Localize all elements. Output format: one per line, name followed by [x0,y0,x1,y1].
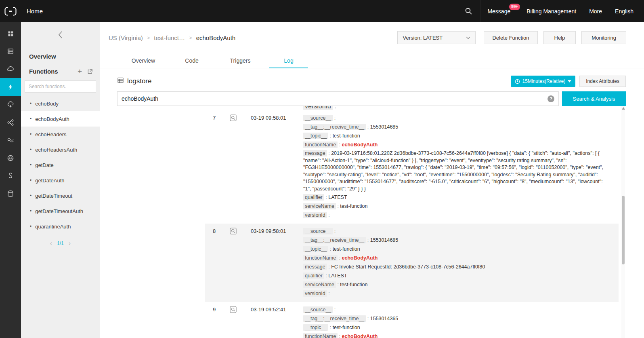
help-icon[interactable]: ? [548,95,554,102]
log-field-key[interactable]: versionId [303,106,333,110]
row-fields: __source__ : __tag__:__receive_time__ : … [303,227,610,298]
cloud-icon[interactable] [0,60,21,78]
breadcrumb-function: echoBodyAuth [196,34,236,41]
breadcrumb-separator: > [189,35,192,41]
sidebar-item-echoHeaders[interactable]: •echoHeaders [21,127,100,142]
apps-grid-icon[interactable] [0,25,21,42]
bullet-icon: • [30,208,31,214]
monitoring-button[interactable]: Monitoring [581,31,626,44]
delete-function-button[interactable]: Delete Function [484,31,537,44]
log-scrollbar[interactable] [621,106,625,338]
log-field-key[interactable]: __topic__ [303,246,328,252]
language-selector[interactable]: English [615,8,634,15]
bullet-icon: • [30,162,31,168]
log-field-key[interactable]: __source__ [303,115,333,121]
log-field-versionId: versionId : [303,106,626,110]
sidebar-item-echoBodyAuth[interactable]: •echoBodyAuth [21,111,100,127]
page-next-icon[interactable]: › [69,241,71,246]
billing-management-link[interactable]: Billing Management [527,8,576,15]
log-row: 703-19 09:58:01__source__ : __tag__:__re… [205,110,619,224]
breadcrumb-service[interactable]: test-funct… [154,34,185,41]
bullet-icon: • [30,101,31,106]
help-button[interactable]: Help [543,31,576,44]
sidebar-item-getDateAuth[interactable]: •getDateAuth [21,173,100,188]
topbar-divider [480,0,481,22]
function-compute-icon[interactable] [0,78,21,96]
log-field-key[interactable]: qualifier [303,273,324,279]
log-query-input[interactable] [122,95,548,102]
log-field-key[interactable]: __topic__ [303,324,328,331]
home-link[interactable]: Home [27,8,43,15]
sidebar-item-overview[interactable]: Overview [21,49,100,65]
row-context-zoom-icon[interactable] [223,114,239,220]
row-fields: __source__ : __tag__:__receive_time__ : … [303,306,610,338]
server-icon[interactable] [0,42,21,60]
open-in-new-icon[interactable] [87,68,93,75]
icon-rail [0,22,21,338]
row-context-zoom-icon[interactable] [223,306,239,338]
log-field-key[interactable]: functionName [303,255,338,261]
log-field-qualifier: qualifier : LATEST [303,272,608,280]
link-icon[interactable] [0,167,21,185]
sidebar-item-echoBody[interactable]: •echoBody [21,96,100,111]
sidebar-collapse-icon[interactable] [57,30,64,41]
log-field-key[interactable]: message [303,150,327,156]
log-field-key[interactable]: serviceName [303,281,336,288]
scrollbar-thumb[interactable] [622,196,625,264]
index-attributes-button[interactable]: Index Attributes [579,76,626,87]
log-field-key[interactable]: versionId [303,212,327,218]
tab-log[interactable]: Log [264,53,313,68]
log-field-key[interactable]: __tag__:__receive_time__ [303,237,366,243]
logstore-icon [117,77,124,86]
log-field-key[interactable]: versionId [303,290,327,297]
sidebar-item-getDateTimeout[interactable]: •getDateTimeout [21,188,100,203]
row-number: 7 [205,114,223,220]
tab-overview[interactable]: Overview [119,53,168,68]
search-analysis-button[interactable]: Search & Analysis [562,91,626,106]
bullet-icon: • [30,147,31,152]
alibaba-cloud-logo[interactable] [0,0,21,22]
more-menu[interactable]: More [589,8,602,15]
message-count-badge: 99+ [509,4,520,10]
log-list: versionId : 703-19 09:58:01__source__ : … [117,106,626,338]
time-range-button[interactable]: 15Minutes(Relative) [511,76,576,87]
log-field-key[interactable]: qualifier [303,194,324,201]
oss-icon[interactable] [0,96,21,114]
page-prev-icon[interactable]: ‹ [50,241,52,246]
log-field-key[interactable]: serviceName [303,203,336,209]
network-icon[interactable] [0,149,21,167]
clock-icon [515,79,520,84]
tab-triggers[interactable]: Triggers [216,53,264,68]
log-field-key[interactable]: __source__ [303,306,333,313]
bullet-icon: • [30,224,31,229]
row-context-zoom-icon[interactable] [223,227,239,298]
scroll-up-icon[interactable] [622,107,625,110]
log-field-key[interactable]: message [303,264,327,270]
log-field-message: message : 2019-03-19T16:58:01.220Z 2d36b… [303,150,608,192]
bullet-icon: • [30,193,31,199]
log-field-key[interactable]: __tag__:__receive_time__ [303,124,366,130]
log-field-key[interactable]: __topic__ [303,133,328,139]
function-search-input[interactable] [25,84,96,89]
add-function-icon[interactable]: + [78,68,82,75]
sidebar-item-quarantineAuth[interactable]: •quarantineAuth [21,219,100,234]
sidebar-item-getDate[interactable]: •getDate [21,157,100,173]
sidebar-item-getDateTimeoutAuth[interactable]: •getDateTimeoutAuth [21,203,100,219]
breadcrumb-region[interactable]: US (Virginia) [109,34,143,41]
breadcrumb-separator: > [147,35,150,41]
search-icon[interactable] [456,0,480,22]
version-select[interactable]: Version: LATEST [397,31,476,44]
log-field-key[interactable]: __tag__:__receive_time__ [303,315,366,322]
workflow-icon[interactable] [0,114,21,131]
message-link[interactable]: Message 99+ [487,8,510,15]
log-field-source: __source__ : [303,306,608,314]
log-field-value: test-function [333,246,360,252]
log-field-key[interactable]: __source__ [303,228,333,234]
vpn-icon[interactable] [0,131,21,149]
sidebar-item-echoHeadersAuth[interactable]: •echoHeadersAuth [21,142,100,157]
log-field-key[interactable]: functionName [303,142,338,148]
tab-code[interactable]: Code [168,53,216,68]
log-field-value: LATEST [328,273,347,279]
log-field-key[interactable]: functionName [303,333,338,338]
storage-icon[interactable] [0,185,21,203]
